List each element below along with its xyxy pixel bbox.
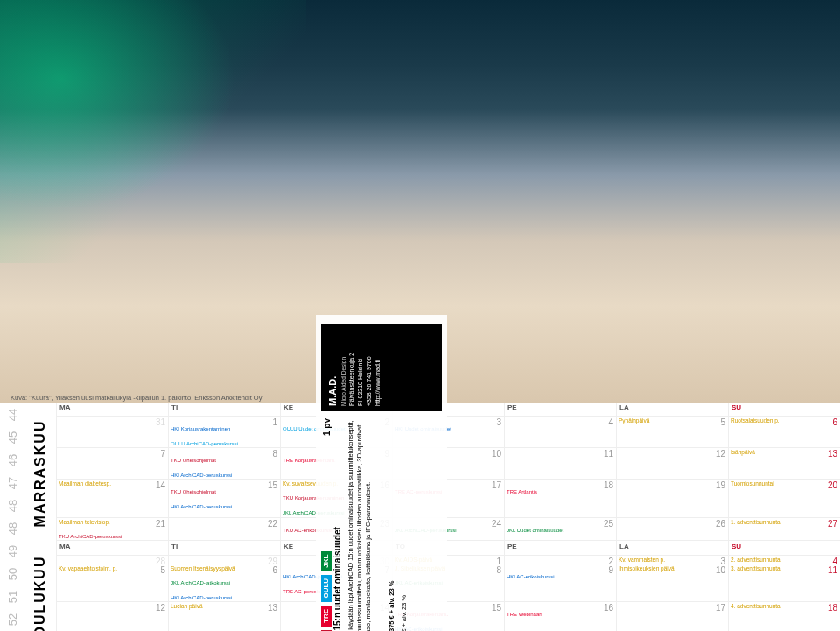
day-header: MA bbox=[56, 403, 168, 416]
day-cell: 7 bbox=[56, 448, 168, 479]
day-cell: 28 bbox=[56, 541, 168, 543]
week-number: 46 bbox=[1, 449, 24, 473]
week-number: 47 bbox=[1, 472, 24, 495]
week-number: 45 bbox=[1, 426, 24, 450]
day-cell: 28 bbox=[56, 556, 168, 564]
box-title: ArchiCAD 15:n uudet ominaisuudet bbox=[332, 418, 343, 631]
mad-logo: M.A.D. bbox=[326, 329, 340, 406]
image-caption: Kuva: "Kuura", Ylläksen uusi matkailukyl… bbox=[10, 394, 262, 402]
day-cell: 14Maailman diabetesp. bbox=[56, 480, 168, 516]
day-cell: 29 bbox=[168, 556, 280, 564]
price-heading: Hinta: bbox=[376, 418, 385, 631]
badge-jkl: JKL bbox=[321, 551, 332, 571]
month-label-nov: MARRASKUU bbox=[24, 403, 56, 543]
month-label-dec: JOULUKUU bbox=[24, 543, 56, 631]
mad-tagline: Micro Aided Design bbox=[340, 329, 347, 406]
day-cell: 15TKU OheisohjelmatHKI ArchiCAD-peruskur… bbox=[168, 480, 280, 516]
day-cell: 8TKU OheisohjelmatHKI ArchiCAD-peruskurs… bbox=[168, 448, 280, 479]
aurora-overlay bbox=[0, 0, 306, 263]
info-panel: HKI TKU JKL 1 pv ArchiCAD-erikoiskurssit… bbox=[316, 315, 840, 631]
week-number: 48 bbox=[1, 494, 24, 518]
day-cell: 5Kv. vapaaehtoistoim. p. bbox=[56, 564, 168, 601]
day-header: MA bbox=[56, 543, 168, 555]
mad-contact-box: M.A.D. Micro Aided Design Päivänsäteenku… bbox=[321, 324, 442, 411]
week-number: 52 bbox=[1, 608, 24, 632]
day-cell: 31 bbox=[56, 417, 168, 447]
badge-tre: TRE bbox=[321, 606, 332, 627]
price-2: • muualla 475 € + alv. 23 % bbox=[400, 418, 409, 631]
badge-oulu: OULU bbox=[321, 575, 332, 602]
week-number: 50 bbox=[1, 563, 24, 586]
duration-label: 1 pv bbox=[321, 418, 332, 436]
mad-addr1: Päivänsäteenkuja 2 bbox=[347, 329, 356, 406]
box-desc: Koulutuksessa käydään läpi ArchiCAD 15:n… bbox=[346, 418, 372, 631]
day-header: TI bbox=[168, 543, 280, 555]
mad-addr2: FI-02210 Helsinki bbox=[356, 329, 365, 406]
week-numbers-nov: 44454647484849505152 bbox=[0, 403, 24, 631]
week-number: 51 bbox=[1, 585, 24, 609]
day-cell: 29 bbox=[168, 541, 280, 543]
day-cell: 22 bbox=[168, 518, 280, 541]
day-cell: 12 bbox=[56, 602, 168, 631]
week-number: 48 bbox=[1, 517, 24, 541]
uudet-ominaisuudet-box: HKI TKU TRE OULU JKL 1 pv ArchiCAD 15:n … bbox=[321, 418, 442, 631]
day-cell: 13Lucian päivä bbox=[168, 602, 280, 631]
day-cell: 6Suomen ItsenäisyyspäiväJKL ArchiCAD-jat… bbox=[168, 564, 280, 601]
week-number: 49 bbox=[1, 540, 24, 564]
price-1: • Helsingissä 375 € + alv. 23 % bbox=[388, 418, 396, 631]
day-cell: 21Maailman televisiop.TKU ArchiCAD-perus… bbox=[56, 518, 168, 541]
week-number: 44 bbox=[1, 403, 24, 427]
day-cell: 1HKI KorjausrakentaminenOULU ArchiCAD-pe… bbox=[168, 417, 280, 447]
mad-phone: +358 20 741 9700 bbox=[365, 329, 374, 406]
mad-url: http://www.mad.fi bbox=[374, 329, 382, 406]
day-header: TI bbox=[168, 403, 280, 416]
